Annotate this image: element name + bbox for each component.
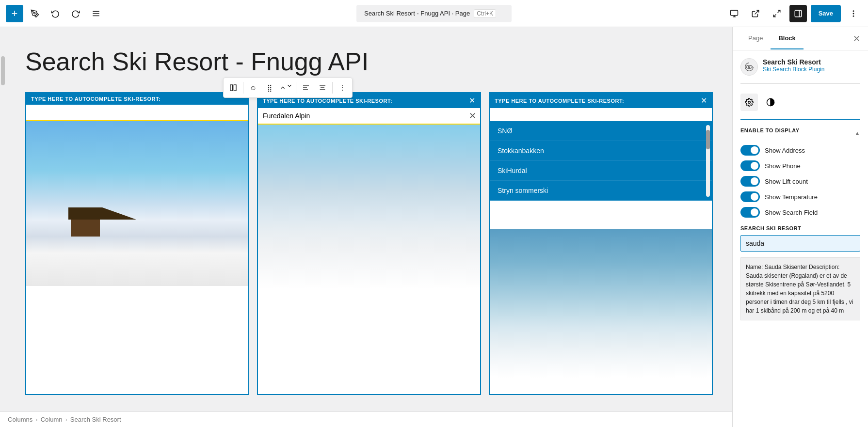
toggle-address-switch[interactable]	[740, 145, 760, 156]
tab-page[interactable]: Page	[740, 28, 771, 49]
desktop-view-button[interactable]	[725, 5, 743, 22]
svg-point-23	[748, 66, 750, 67]
ski-block-1-input-wrapper	[26, 105, 248, 121]
options-button[interactable]	[845, 5, 862, 22]
toggle-show-temperature: Show Temparature	[740, 191, 860, 202]
vertical-scrollbar[interactable]	[0, 27, 6, 411]
sidebar: Page Block ✕ Search Ski Resort Ski Searc…	[732, 27, 868, 427]
ski-block-3: TYPE HERE TO AUTOCOMPLETE SKI-RESORT: ✕ …	[489, 92, 713, 395]
toggle-search-label: Show Search Field	[765, 209, 818, 216]
dropdown-scrollbar[interactable]	[706, 125, 710, 197]
ski-block-3-header: TYPE HERE TO AUTOCOMPLETE SKI-RESORT: ✕	[490, 93, 712, 108]
snow-scene-3	[490, 229, 712, 394]
scrollbar-thumb	[1, 56, 5, 85]
ski-block-1-image	[26, 121, 248, 286]
toggle-temp-label: Show Temparature	[765, 193, 818, 201]
snow-scene-1	[26, 121, 248, 286]
settings-gear-button[interactable]	[740, 94, 758, 111]
sidebar-header: Page Block ✕	[733, 27, 868, 50]
search-resort-input[interactable]	[740, 235, 860, 252]
toggle-address-slider	[740, 145, 760, 156]
external-link-button[interactable]	[747, 5, 764, 22]
align-center-button[interactable]	[315, 80, 330, 95]
toggle-show-address: Show Address	[740, 145, 860, 156]
toggle-lift-switch[interactable]	[740, 176, 760, 187]
toggle-show-search-field: Show Search Field	[740, 207, 860, 218]
toggle-address-label: Show Address	[765, 147, 805, 154]
editor-canvas: Search Ski Resort - Fnugg API ☺ ⣿	[6, 27, 732, 411]
toggle-phone-label: Show Phone	[765, 162, 801, 170]
svg-rect-4	[730, 10, 738, 16]
ski-block-2-input[interactable]	[258, 108, 465, 124]
block-columns-button[interactable]	[225, 80, 241, 95]
toggle-temp-switch[interactable]	[740, 191, 760, 202]
svg-rect-10	[795, 10, 802, 17]
align-left-button[interactable]	[298, 80, 314, 95]
redo-button[interactable]	[67, 5, 84, 22]
svg-line-9	[773, 14, 776, 16]
breadcrumb-column[interactable]: Column	[41, 416, 63, 423]
breadcrumb-sep-1: ›	[35, 416, 37, 423]
plugin-desc: Ski Search Block Plugin	[763, 66, 824, 73]
tab-block[interactable]: Block	[771, 28, 803, 49]
svg-point-12	[853, 11, 854, 12]
block-toolbar: ☺ ⣿ ⋮	[223, 78, 353, 98]
toggle-temp-slider	[740, 191, 760, 202]
plugin-icon	[740, 58, 758, 76]
more-options-button[interactable]: ⋮	[335, 80, 350, 95]
svg-rect-15	[230, 85, 233, 91]
dropdown-item-2[interactable]: Stokkanbakken	[490, 141, 712, 161]
description-text: Name: Sauda Skisenter Description: Sauda…	[746, 264, 853, 314]
toggle-show-lift-count: Show Lift count	[740, 176, 860, 187]
toggle-lift-slider	[740, 176, 760, 187]
svg-line-7	[755, 10, 758, 14]
accordion-chevron: ▲	[854, 130, 860, 137]
breadcrumb-sep-2: ›	[65, 416, 67, 423]
breadcrumb-columns[interactable]: Columns	[8, 416, 32, 423]
fullscreen-button[interactable]	[768, 5, 786, 22]
ski-block-2-input-clear[interactable]: ✕	[465, 109, 480, 123]
toggle-phone-switch[interactable]	[740, 160, 760, 171]
drag-handle[interactable]: ⣿	[262, 80, 277, 95]
emoji-button[interactable]: ☺	[245, 80, 261, 95]
toolbar-center: Search Ski Resort - Fnugg API · Page Ctr…	[356, 5, 512, 22]
breadcrumb-search-ski-resort[interactable]: Search Ski Resort	[70, 416, 121, 423]
svg-point-13	[853, 13, 854, 14]
editor-scroll-area: Search Ski Resort - Fnugg API ☺ ⣿	[0, 27, 732, 411]
sidebar-content: Search Ski Resort Ski Search Block Plugi…	[733, 50, 868, 328]
search-label: Search Ski Resort - Fnugg API · Page	[364, 10, 470, 17]
ski-block-3-clear-button[interactable]: ✕	[701, 96, 707, 105]
settings-row	[740, 94, 860, 120]
contrast-button[interactable]	[762, 94, 779, 111]
pen-tool-button[interactable]	[26, 5, 44, 22]
save-button[interactable]: Save	[811, 5, 841, 22]
dropdown-item-3[interactable]: SkiHurdal	[490, 161, 712, 181]
undo-button[interactable]	[47, 5, 64, 22]
breadcrumb: Columns › Column › Search Ski Resort	[0, 411, 732, 427]
sidebar-toggle-button[interactable]	[789, 5, 807, 22]
ski-block-1: TYPE HERE TO AUTOCOMPLETE SKI-RESORT:	[25, 92, 249, 395]
toolbar-left: +	[6, 5, 105, 22]
ski-block-2: TYPE HERE TO AUTOCOMPLETE SKI-RESORT: ✕ …	[257, 92, 481, 395]
dropdown-item-4[interactable]: Stryn sommerski	[490, 181, 712, 201]
menu-button[interactable]	[87, 5, 105, 22]
cabin-decoration	[71, 217, 100, 237]
ski-block-3-image	[490, 229, 712, 394]
sidebar-close-button[interactable]: ✕	[853, 33, 860, 44]
command-search[interactable]: Search Ski Resort - Fnugg API · Page Ctr…	[356, 5, 512, 22]
keyboard-shortcut: Ctrl+K	[474, 9, 496, 18]
ski-block-2-input-wrapper: ✕	[258, 108, 480, 125]
ski-block-1-header: TYPE HERE TO AUTOCOMPLETE SKI-RESORT:	[26, 93, 248, 105]
add-block-button[interactable]: +	[6, 5, 23, 22]
sidebar-tabs: Page Block	[740, 28, 853, 49]
dropdown-item-1[interactable]: SNØ	[490, 121, 712, 141]
enable-display-title: Enable to Display	[740, 127, 800, 133]
ski-block-1-input[interactable]	[26, 105, 248, 120]
description-box: Name: Sauda Skisenter Description: Sauda…	[740, 257, 860, 320]
enable-display-accordion[interactable]: Enable to Display ▲	[740, 127, 860, 139]
svg-rect-16	[234, 85, 236, 91]
move-up-down-button[interactable]	[278, 80, 294, 95]
ski-block-2-clear-button[interactable]: ✕	[469, 96, 475, 105]
blocks-row: TYPE HERE TO AUTOCOMPLETE SKI-RESORT:	[25, 92, 713, 395]
toggle-search-switch[interactable]	[740, 207, 760, 218]
